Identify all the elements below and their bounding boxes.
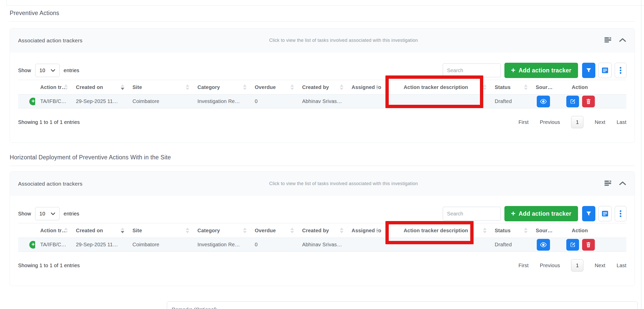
col-created-on[interactable]: Created on — [71, 228, 127, 234]
add-action-tracker-button[interactable]: + Add action tracker — [504, 206, 578, 221]
funnel-icon — [586, 68, 592, 73]
card-hint-text: Click to view the list of tasks involved… — [83, 181, 605, 186]
pagination-previous[interactable]: Previous — [540, 119, 560, 125]
filter-button[interactable] — [582, 206, 595, 221]
heading-divider — [10, 21, 635, 22]
entries-summary: Showing 1 to 1 of 1 entries — [18, 263, 80, 268]
card-title: Associated action trackers — [18, 181, 83, 187]
col-status[interactable]: Status — [490, 228, 531, 234]
cell-created-on: 29-Sep-2025 11… — [71, 98, 127, 104]
edit-button[interactable] — [566, 96, 579, 107]
plus-icon: + — [32, 98, 35, 105]
column-visibility-button[interactable] — [598, 206, 612, 221]
eye-icon — [540, 242, 547, 247]
pagination-previous[interactable]: Previous — [540, 263, 560, 268]
col-assigned-to[interactable]: Assigned to — [346, 228, 382, 234]
vertical-ellipsis-icon — [620, 67, 622, 74]
cell-created-by: Abhinav Srivas… — [297, 242, 346, 248]
sort-icon-active — [121, 84, 124, 90]
col-status[interactable]: Status — [490, 84, 531, 90]
pagination-page-1[interactable]: 1 — [571, 259, 583, 272]
col-assigned-to[interactable]: Assigned to — [346, 84, 382, 90]
add-action-tracker-label: Add action tracker — [519, 67, 571, 74]
column-visibility-button[interactable] — [598, 63, 612, 78]
add-action-tracker-button[interactable]: + Add action tracker — [504, 63, 578, 78]
page-size-select[interactable]: 10 — [35, 64, 60, 77]
col-description[interactable]: Action tracker description — [382, 84, 490, 90]
search-input[interactable] — [443, 207, 501, 221]
cell-site: Coimbatore — [127, 98, 192, 104]
col-site[interactable]: Site — [127, 228, 192, 234]
cell-category: Investigation Re… — [192, 242, 250, 248]
col-overdue[interactable]: Overdue — [250, 84, 297, 90]
col-description[interactable]: Action tracker description — [382, 228, 490, 234]
delete-button[interactable] — [582, 96, 595, 107]
show-label: Show — [18, 68, 31, 73]
cell-created-on: 29-Sep-2025 11… — [71, 242, 127, 248]
pagination-page-1[interactable]: 1 — [571, 116, 583, 128]
cell-action-tracker: TA/IFB/C… — [35, 98, 71, 104]
pagination-first[interactable]: First — [518, 119, 529, 125]
card-title: Associated action trackers — [18, 37, 83, 44]
delete-button[interactable] — [582, 239, 595, 251]
table-footer: Showing 1 to 1 of 1 entries First Previo… — [18, 259, 626, 272]
entries-label: entries — [64, 211, 79, 217]
col-site[interactable]: Site — [127, 84, 192, 90]
sort-icon — [524, 84, 528, 90]
table-header-row: Action tr… Created on Site Category Over… — [18, 223, 626, 238]
collapse-chevron-up-icon[interactable] — [619, 38, 626, 43]
edit-button[interactable] — [566, 239, 579, 251]
col-created-by[interactable]: Created by — [297, 84, 346, 90]
plus-icon: + — [511, 66, 516, 74]
table-rows-icon[interactable] — [605, 181, 611, 187]
col-overdue[interactable]: Overdue — [250, 228, 297, 234]
cell-status: Drafted — [490, 98, 531, 104]
pagination-next[interactable]: Next — [595, 119, 605, 125]
vertical-ellipsis-icon — [620, 210, 622, 217]
col-action-tracker[interactable]: Action tr… — [35, 84, 71, 90]
card-hint-text: Click to view the list of tasks involved… — [83, 38, 605, 43]
more-options-button[interactable] — [615, 63, 626, 78]
table-icon — [602, 68, 608, 73]
pagination-last[interactable]: Last — [616, 263, 626, 268]
page-size-value: 10 — [39, 68, 45, 73]
pagination-last[interactable]: Last — [616, 119, 626, 125]
col-category[interactable]: Category — [192, 84, 250, 90]
sort-icon — [340, 84, 343, 90]
view-button[interactable] — [537, 96, 550, 107]
expand-row-button[interactable]: + — [29, 241, 35, 249]
top-divider-stub — [6, 0, 7, 5]
sort-icon — [186, 228, 189, 233]
card-header[interactable]: Associated action trackers Click to view… — [10, 28, 635, 53]
more-options-button[interactable] — [615, 206, 626, 221]
sort-icon-active — [121, 228, 124, 233]
sort-icon — [375, 228, 379, 233]
filter-button[interactable] — [582, 63, 595, 78]
col-source[interactable]: Sour… — [531, 84, 556, 90]
pagination: First Previous 1 Next Last — [518, 259, 626, 272]
col-category[interactable]: Category — [192, 228, 250, 234]
sort-icon — [290, 228, 294, 233]
page-size-select[interactable]: 10 — [35, 207, 60, 220]
col-source[interactable]: Sour… — [531, 228, 556, 234]
sort-icon — [64, 228, 68, 233]
search-input[interactable] — [443, 63, 501, 77]
col-created-on[interactable]: Created on — [71, 84, 127, 90]
table-rows-icon[interactable] — [605, 37, 611, 44]
plus-icon: + — [32, 241, 35, 248]
col-created-by[interactable]: Created by — [297, 228, 346, 234]
pagination-next[interactable]: Next — [595, 263, 605, 268]
card-header[interactable]: Associated action trackers Click to view… — [10, 172, 635, 196]
section-heading-preventive-actions: Preventive Actions — [10, 10, 59, 17]
page-size-value: 10 — [39, 211, 45, 217]
edit-pencil-icon — [570, 242, 575, 248]
view-button[interactable] — [537, 239, 550, 251]
trash-icon — [586, 242, 591, 248]
pagination-first[interactable]: First — [518, 263, 529, 268]
expand-row-button[interactable]: + — [29, 98, 35, 105]
chevron-down-icon — [51, 212, 55, 215]
col-action-tracker[interactable]: Action tr… — [35, 228, 71, 234]
table-toolbar: Show 10 entries + Add action tracker — [18, 63, 626, 78]
collapse-chevron-up-icon[interactable] — [619, 181, 626, 187]
remarks-input[interactable] — [167, 301, 638, 309]
